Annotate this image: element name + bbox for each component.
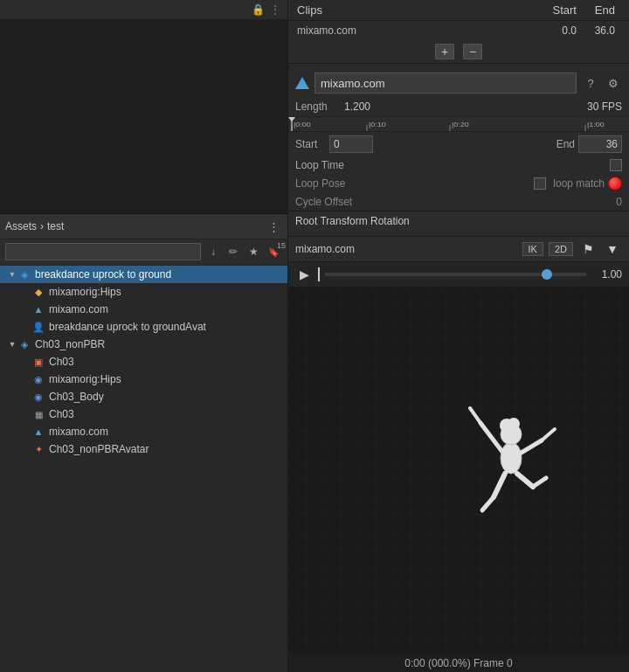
clips-row[interactable]: mixamo.com 0.0 36.0: [288, 21, 629, 40]
asset-label: breakdance uprock to groundAvat: [49, 321, 206, 333]
clips-title: Clips: [297, 3, 524, 17]
preview-toolbar: mixamo.com IK 2D ⚑ ▼: [288, 237, 629, 262]
collapse-arrow-icon[interactable]: ▼: [7, 337, 17, 351]
fps-value: 30 FPS: [587, 100, 622, 113]
clips-start-header: Start: [524, 3, 577, 17]
prefab-icon: ◈: [17, 337, 31, 351]
bone-icon: ◆: [31, 285, 45, 299]
length-label: Length: [295, 100, 339, 113]
start-input[interactable]: [329, 135, 373, 153]
list-item[interactable]: ▶ ✦ Ch03_nonPBRAvatar: [0, 440, 287, 458]
svg-text:|0:10: |0:10: [369, 120, 386, 128]
right-panel: Clips Start End mixamo.com 0.0 36.0 + − …: [288, 0, 629, 672]
loop-pose-label: Loop Pose: [295, 177, 530, 190]
more-icon[interactable]: ⋮: [270, 3, 280, 16]
search-input[interactable]: [5, 243, 201, 260]
collapse-arrow-icon[interactable]: ▼: [7, 267, 17, 281]
filter-star-button[interactable]: ★: [245, 243, 262, 260]
preview-clip-name: mixamo.com: [295, 243, 517, 255]
help-button[interactable]: ?: [582, 74, 599, 92]
filter-icons: ↓ ✏ ★ 🔖15: [204, 243, 282, 260]
breadcrumb-folder[interactable]: test: [47, 220, 64, 232]
humanoid-icon-button[interactable]: ⚑: [578, 239, 598, 259]
filter-label-button[interactable]: 🔖15: [265, 243, 282, 260]
preview-section: mixamo.com IK 2D ⚑ ▼ ▶ 1.00: [288, 237, 629, 672]
svg-rect-12: [288, 288, 629, 672]
more-options-button[interactable]: ⋮: [265, 218, 282, 235]
list-item[interactable]: ▶ ▣ Ch03: [0, 353, 287, 371]
avatar2-icon: ✦: [31, 442, 45, 456]
list-item[interactable]: ▶ ◆ mixamorig:Hips: [0, 283, 287, 301]
remove-clip-button[interactable]: −: [463, 44, 482, 59]
list-item[interactable]: ▶ ▲ mixamo.com: [0, 423, 287, 440]
loop-pose-row: Loop Pose loop match: [288, 174, 629, 193]
add-clip-button[interactable]: +: [435, 44, 454, 59]
loop-match-indicator: [608, 177, 622, 191]
asset-label: Ch03_Body: [49, 391, 104, 403]
asset-label: mixamo.com: [49, 303, 108, 315]
loop-pose-checkbox[interactable]: [534, 177, 546, 190]
search-row: ↓ ✏ ★ 🔖15: [0, 239, 287, 264]
anim-icon: ▲: [31, 302, 45, 316]
list-item[interactable]: ▶ ▦ Ch03: [0, 405, 287, 423]
play-button[interactable]: ▶: [295, 266, 313, 283]
end-label: End: [556, 138, 575, 150]
left-top-panel: 🔒 ⋮: [0, 0, 287, 214]
assets-toolbar: Assets › test ⋮: [0, 214, 287, 239]
length-value: 1.200: [344, 100, 370, 113]
playback-slider[interactable]: [325, 273, 586, 276]
asset-label: mixamorig:Hips: [49, 286, 121, 298]
left-panel: 🔒 ⋮ Assets › test ⋮ ↓ ✏ ★ 🔖15 ▼ ◈: [0, 0, 288, 672]
loop-time-checkbox[interactable]: [610, 159, 622, 171]
start-label: Start: [295, 138, 326, 150]
asset-label: mixamorig:Hips: [49, 373, 121, 385]
list-item[interactable]: ▼ ◈ breakdance uprock to ground: [0, 266, 287, 283]
lock-icon: 🔒: [252, 3, 265, 16]
playback-position-marker: [318, 267, 320, 281]
playback-bar: ▶ 1.00: [288, 262, 629, 288]
clips-end-header: End: [577, 3, 620, 17]
start-end-row: Start End: [288, 132, 629, 156]
asset-label: mixamo.com: [49, 426, 108, 438]
playback-thumb: [542, 269, 552, 280]
2d-badge-button[interactable]: 2D: [549, 242, 573, 256]
root-transform-header: Root Transform Rotation: [288, 211, 629, 231]
playback-time: 1.00: [591, 268, 622, 281]
list-item[interactable]: ▶ ▲ mixamo.com: [0, 301, 287, 318]
grid-background: [288, 288, 629, 672]
svg-text:|0:00: |0:00: [294, 120, 311, 128]
settings-icon-button[interactable]: ▼: [603, 239, 622, 259]
list-item[interactable]: ▶ ◉ Ch03_Body: [0, 388, 287, 405]
toolbar-icons: ⋮: [265, 218, 282, 235]
anim-name-input[interactable]: [314, 73, 577, 94]
asset-label: breakdance uprock to ground: [35, 268, 171, 281]
loop-time-label: Loop Time: [295, 159, 606, 171]
cycle-offset-row: Cycle Offset 0: [288, 193, 629, 211]
list-item[interactable]: ▼ ◈ Ch03_nonPBR: [0, 336, 287, 353]
ruler-svg: |0:00 |0:10 |0:20 |1:00: [288, 117, 629, 131]
clip-name: mixamo.com: [297, 24, 524, 37]
settings-button[interactable]: ⚙: [605, 74, 622, 92]
list-item[interactable]: ▶ 👤 breakdance uprock to groundAvat: [0, 318, 287, 336]
loop-time-row: Loop Time: [288, 156, 629, 174]
svg-point-16: [508, 418, 520, 430]
breadcrumb-assets[interactable]: Assets: [5, 220, 37, 232]
clips-header: Clips Start End: [288, 0, 629, 21]
clip-start: 0.0: [524, 24, 577, 37]
viewport-3d[interactable]: 0:00 (000.0%) Frame 0: [288, 288, 629, 672]
viewport-status: 0:00 (000.0%) Frame 0: [288, 655, 629, 672]
anim-inspector: ? ⚙ Length 1.200 30 FPS |0:00 |0:10 |0:2…: [288, 64, 629, 237]
avatar-icon: 👤: [31, 320, 45, 334]
cycle-offset-label: Cycle Offset: [295, 196, 609, 208]
svg-text:|1:00: |1:00: [587, 120, 605, 128]
breadcrumb: Assets › test: [5, 220, 64, 232]
ik-badge-button[interactable]: IK: [522, 242, 543, 256]
end-input[interactable]: [578, 135, 622, 153]
timeline-ruler[interactable]: |0:00 |0:10 |0:20 |1:00: [288, 116, 629, 132]
filter-type-button[interactable]: ↓: [204, 243, 222, 260]
filter-edit-button[interactable]: ✏: [225, 243, 242, 260]
list-item[interactable]: ▶ ◉ mixamorig:Hips: [0, 371, 287, 388]
loop-match-label: loop match: [553, 177, 605, 190]
clips-buttons: + −: [288, 40, 629, 63]
svg-point-13: [501, 442, 522, 474]
